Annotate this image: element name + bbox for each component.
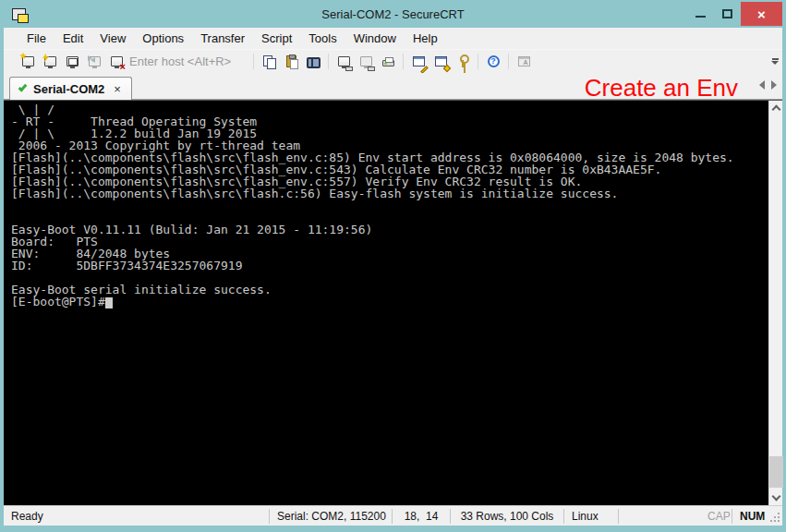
- printer-overlay-icon: [368, 66, 375, 71]
- clone-session-button[interactable]: [513, 52, 535, 72]
- tab-connected-check-icon: [18, 82, 28, 91]
- maximize-button[interactable]: [714, 2, 741, 26]
- session-options-icon: [413, 56, 425, 66]
- printer-overlay-icon: [345, 66, 353, 71]
- status-emulation: Linux: [564, 510, 618, 523]
- terminal-line: Easy-Boot serial initialize success.: [11, 284, 768, 296]
- print-button[interactable]: [377, 52, 399, 72]
- close-icon: [757, 7, 766, 21]
- menu-item-view[interactable]: View: [91, 28, 134, 49]
- scrollbar-down-icon[interactable]: [771, 492, 780, 502]
- print-setup-button[interactable]: [355, 52, 377, 72]
- status-terminal-size: 33 Rows, 100 Cols: [451, 510, 563, 523]
- arrows-overlay-icon: [88, 55, 95, 61]
- print-icon: [382, 60, 394, 66]
- tab-serial-com2[interactable]: Serial-COM2 ×: [9, 77, 132, 100]
- status-caps-lock: CAP: [700, 510, 732, 523]
- toolbar-separator: [478, 54, 478, 69]
- status-separator: [618, 509, 619, 524]
- menu-item-help[interactable]: Help: [405, 28, 446, 49]
- find-icon: [307, 57, 320, 66]
- tab-scroll-left-icon[interactable]: [759, 80, 765, 90]
- close-button[interactable]: [741, 2, 782, 26]
- menu-item-options[interactable]: Options: [134, 28, 192, 49]
- disconnect-button[interactable]: [105, 52, 127, 72]
- connect-icon: [22, 56, 34, 66]
- second-monitor-icon: [68, 58, 78, 66]
- toolbar-separator: [508, 54, 509, 69]
- print-setup-icon: [360, 56, 372, 66]
- tab-label: Serial-COM2: [33, 82, 104, 96]
- toolbar-overflow-icon[interactable]: [769, 58, 780, 65]
- help-button[interactable]: [482, 52, 504, 72]
- key-agent-button[interactable]: [452, 52, 474, 72]
- find-button[interactable]: [302, 52, 324, 72]
- terminal-line: [Flash](..\components\flash\src\flash.c:…: [11, 187, 768, 200]
- print-screen-button[interactable]: [333, 52, 355, 72]
- copy-button[interactable]: [258, 52, 280, 72]
- status-cursor-position: 18, 14: [393, 510, 450, 523]
- scrollbar-thumb[interactable]: [769, 456, 783, 488]
- terminal-area: \ | /- RT - Thread Operating System / | …: [4, 100, 782, 505]
- securecrt-window: Serial-COM2 - SecureCRT FileEditViewOpti…: [0, 0, 786, 532]
- tab-scroll-right-icon[interactable]: [771, 80, 777, 90]
- menu-item-file[interactable]: File: [18, 28, 54, 49]
- copy-icon: [263, 55, 275, 67]
- menu-item-tools[interactable]: Tools: [300, 28, 345, 49]
- toolbar-separator: [328, 54, 329, 69]
- terminal-output[interactable]: \ | /- RT - Thread Operating System / | …: [4, 101, 768, 505]
- clone-session-icon: [518, 56, 530, 66]
- menu-bar: FileEditViewOptionsTransferScriptToolsWi…: [4, 28, 782, 49]
- tab-close-icon[interactable]: ×: [114, 83, 121, 95]
- terminal-prompt: [E-boot@PTS]#: [11, 295, 105, 308]
- minimize-icon: [695, 16, 706, 18]
- vertical-scrollbar[interactable]: [768, 101, 782, 505]
- print-screen-icon: [338, 56, 350, 66]
- title-bar: Serial-COM2 - SecureCRT: [4, 0, 782, 28]
- paste-button[interactable]: [280, 52, 302, 72]
- key-agent-icon: [459, 54, 467, 68]
- paste-icon: [286, 55, 296, 67]
- global-options-button[interactable]: [429, 52, 452, 72]
- session-options-button[interactable]: [407, 52, 429, 72]
- host-input[interactable]: [129, 54, 248, 70]
- tab-scroll-arrows: [759, 80, 777, 90]
- status-num-lock: NUM: [732, 510, 769, 523]
- status-bar: Ready Serial: COM2, 115200 18, 14 33 Row…: [4, 505, 782, 526]
- caption-buttons: [687, 2, 782, 26]
- connect-button[interactable]: [17, 52, 39, 72]
- terminal-line: ID: 5DBFF3734374E3257067919: [11, 260, 768, 272]
- connect-in-tab-button[interactable]: [61, 52, 83, 72]
- terminal-prompt-line: [E-boot@PTS]#: [11, 296, 768, 308]
- window-title: Serial-COM2 - SecureCRT: [4, 7, 782, 21]
- reconnect-button[interactable]: [83, 52, 105, 72]
- quick-connect-button[interactable]: [39, 52, 61, 72]
- app-icon[interactable]: [12, 8, 26, 20]
- maximize-icon: [722, 9, 732, 18]
- toolbar: [4, 49, 782, 73]
- tab-bar: Serial-COM2 × Create an Env: [4, 73, 782, 100]
- terminal-line: Easy-Boot V0.11.11 (Bulid: Jan 21 2015 -…: [11, 224, 768, 236]
- menu-item-transfer[interactable]: Transfer: [192, 28, 253, 49]
- red-x-overlay-icon: [120, 62, 126, 72]
- menu-item-edit[interactable]: Edit: [54, 28, 91, 49]
- menu-item-script[interactable]: Script: [253, 28, 300, 49]
- pencil-overlay-icon: [420, 66, 428, 73]
- annotation-create-env: Create an Env: [585, 74, 738, 103]
- toolbar-separator: [253, 54, 254, 69]
- help-icon: [488, 55, 500, 67]
- terminal-cursor: [105, 297, 113, 308]
- toolbar-separator: [403, 54, 404, 69]
- status-ready: Ready: [4, 510, 269, 523]
- scrollbar-up-icon[interactable]: [771, 105, 780, 115]
- menu-item-window[interactable]: Window: [345, 28, 405, 49]
- resize-grip[interactable]: [769, 506, 782, 526]
- terminal-line: [11, 200, 768, 212]
- status-serial: Serial: COM2, 115200: [270, 510, 392, 523]
- minimize-button[interactable]: [687, 2, 714, 26]
